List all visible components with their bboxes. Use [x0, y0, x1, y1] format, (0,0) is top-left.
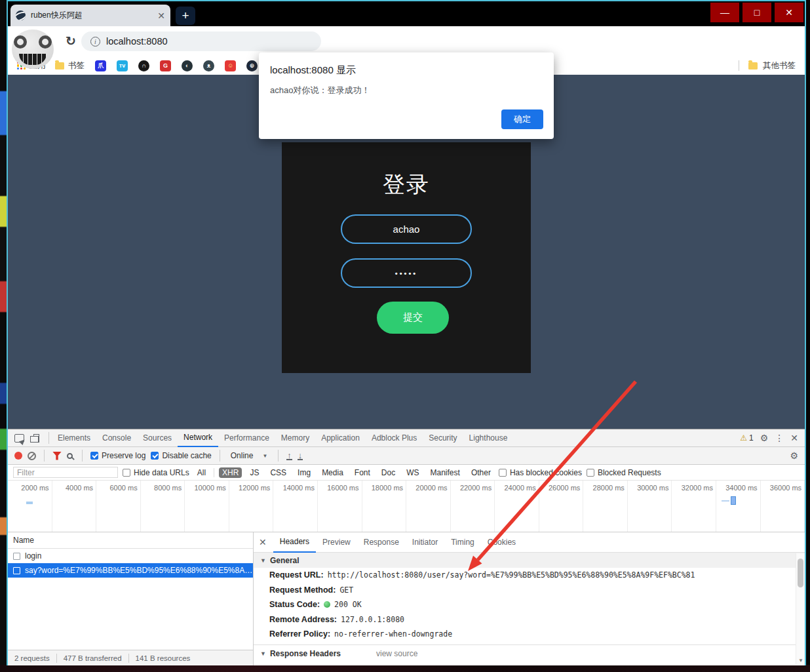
checkbox-icon[interactable]	[499, 469, 507, 477]
filter-type-js[interactable]: JS	[246, 467, 262, 478]
checkbox-checked-icon[interactable]	[151, 452, 159, 460]
globe-dark-icon[interactable]: ⊕	[246, 60, 258, 71]
filter-type-xhr[interactable]: XHR	[219, 467, 242, 478]
tab-lighthouse[interactable]: Lighthouse	[463, 429, 514, 446]
record-icon[interactable]	[14, 452, 22, 460]
disable-cache-checkbox[interactable]: Disable cache	[151, 451, 211, 460]
filter-type-img[interactable]: Img	[294, 467, 314, 478]
status-segment: 2 requests	[8, 654, 56, 662]
filter-type-doc[interactable]: Doc	[378, 467, 398, 478]
hide-data-urls-checkbox[interactable]: Hide data URLs	[123, 468, 189, 477]
ig-icon[interactable]: G	[160, 60, 171, 71]
checkbox-icon[interactable]	[587, 469, 594, 477]
request-list-pane: Name loginsay?word=%E7%99%BB%E5%BD%95%E6…	[8, 532, 254, 665]
view-source-link[interactable]: view source	[376, 649, 417, 658]
browser-tab[interactable]: ruben快乐阿超 ✕	[10, 5, 170, 26]
tab-memory[interactable]: Memory	[275, 429, 315, 446]
blocked-requests-checkbox[interactable]: Blocked Requests	[587, 468, 661, 477]
tab-elements[interactable]: Elements	[52, 429, 96, 446]
bookmark-folder-bookmarks[interactable]: 书签	[55, 60, 85, 71]
minimize-button[interactable]: —	[710, 3, 739, 22]
preserve-log-checkbox[interactable]: Preserve log	[90, 451, 145, 460]
timeline-label: 2000 ms	[8, 481, 52, 532]
request-row[interactable]: login	[8, 549, 253, 563]
checkbox-checked-icon[interactable]	[90, 452, 98, 460]
tab-application[interactable]: Application	[315, 429, 366, 446]
has-blocked-cookies-checkbox[interactable]: Has blocked cookies	[499, 468, 582, 477]
username-input[interactable]: achao	[341, 214, 472, 244]
clear-icon[interactable]	[28, 452, 36, 460]
details-tab-preview[interactable]: Preview	[316, 533, 357, 552]
filter-type-all[interactable]: All	[194, 467, 209, 478]
browser-title-bar: ruben快乐阿超 ✕ + —□✕	[8, 1, 805, 26]
search-icon[interactable]	[67, 453, 73, 459]
tab-adblock-plus[interactable]: Adblock Plus	[366, 429, 423, 446]
status-segment: 477 B transferred	[57, 654, 128, 662]
timeline-label: 32000 ms	[672, 481, 716, 532]
tab-network[interactable]: Network	[178, 429, 218, 447]
details-tab-cookies[interactable]: Cookies	[481, 533, 522, 552]
tab-sources[interactable]: Sources	[137, 429, 178, 446]
device-toolbar-icon[interactable]	[33, 434, 39, 443]
settings-gear-icon[interactable]: ⚙	[760, 433, 769, 443]
bilibili-icon[interactable]: ᴛᴠ	[117, 60, 128, 71]
maximize-button[interactable]: □	[742, 3, 771, 22]
scrollbar-thumb[interactable]	[798, 559, 803, 587]
inspect-element-icon[interactable]	[14, 434, 24, 443]
baidu-icon[interactable]: 爪	[95, 60, 106, 71]
alert-ok-button[interactable]: 确定	[501, 109, 543, 129]
throttling-dropdown[interactable]: Online ▼	[228, 451, 271, 460]
request-row[interactable]: say?word=%E7%99%BB%E5%BD%95%E6%88%90%E5%…	[8, 563, 253, 578]
filter-type-css[interactable]: CSS	[267, 467, 290, 478]
filter-type-ws[interactable]: WS	[403, 467, 422, 478]
import-har-icon[interactable]: ↑	[286, 452, 292, 460]
reload-icon[interactable]: ↻	[66, 33, 76, 49]
red-face-icon[interactable]: ☺	[225, 60, 236, 71]
name-column-header[interactable]: Name	[8, 532, 253, 549]
planet-icon[interactable]: ◐	[182, 60, 193, 71]
filter-type-other[interactable]: Other	[468, 467, 494, 478]
timeline-label: 22000 ms	[451, 481, 495, 532]
filter-type-manifest[interactable]: Manifest	[427, 467, 463, 478]
tab-close-icon[interactable]: ✕	[157, 11, 165, 20]
timeline-label: 36000 ms	[761, 481, 805, 532]
password-input[interactable]: •••••	[341, 258, 472, 288]
filter-type-font[interactable]: Font	[351, 467, 374, 478]
devtools-menu-icon[interactable]: ⋮	[775, 433, 784, 443]
tab-security[interactable]: Security	[423, 429, 463, 446]
devtools-close-icon[interactable]: ✕	[790, 433, 798, 443]
general-section-header[interactable]: ▼ General	[254, 553, 805, 568]
checkbox-icon[interactable]	[123, 469, 130, 477]
filter-type-media[interactable]: Media	[318, 467, 347, 478]
details-tab-initiator[interactable]: Initiator	[406, 533, 444, 552]
details-tab-timing[interactable]: Timing	[444, 533, 481, 552]
network-timeline[interactable]: 2000 ms4000 ms6000 ms8000 ms10000 ms1200…	[8, 481, 805, 532]
monkey-icon[interactable]: ᴥ	[203, 60, 214, 71]
details-scrollbar[interactable]: ▼	[796, 553, 805, 664]
timeline-label: 10000 ms	[185, 481, 229, 532]
chevron-down-icon: ▼	[262, 453, 267, 459]
address-bar[interactable]: i localhost:8080	[81, 31, 321, 51]
site-info-icon[interactable]: i	[90, 37, 100, 47]
timeline-label: 8000 ms	[141, 481, 185, 532]
github-icon[interactable]: ∩	[138, 60, 149, 71]
network-filterbar: Hide data URLs AllXHRJSCSSImgMediaFontDo…	[8, 465, 805, 481]
tab-console[interactable]: Console	[96, 429, 137, 446]
submit-button[interactable]: 提交	[377, 302, 449, 334]
filter-input[interactable]	[13, 467, 118, 478]
close-button[interactable]: ✕	[775, 3, 803, 22]
tab-performance[interactable]: Performance	[218, 429, 275, 446]
timeline-request-marker[interactable]	[731, 496, 736, 505]
details-tab-response[interactable]: Response	[357, 533, 406, 552]
new-tab-button[interactable]: +	[176, 7, 195, 25]
response-headers-section-header[interactable]: ▼ Response Headers view source	[254, 644, 805, 662]
close-details-icon[interactable]: ✕	[259, 537, 267, 547]
desktop-edge-left	[0, 0, 7, 672]
bookmark-other[interactable]: 其他书签	[739, 60, 796, 71]
scrollbar-down-icon[interactable]: ▼	[798, 658, 803, 663]
details-tab-headers[interactable]: Headers	[273, 532, 316, 553]
filter-funnel-icon[interactable]	[52, 452, 62, 460]
export-har-icon[interactable]: ↓	[298, 452, 303, 460]
warning-icon[interactable]: ⚠1	[740, 433, 753, 443]
network-settings-gear-icon[interactable]: ⚙	[790, 450, 805, 461]
